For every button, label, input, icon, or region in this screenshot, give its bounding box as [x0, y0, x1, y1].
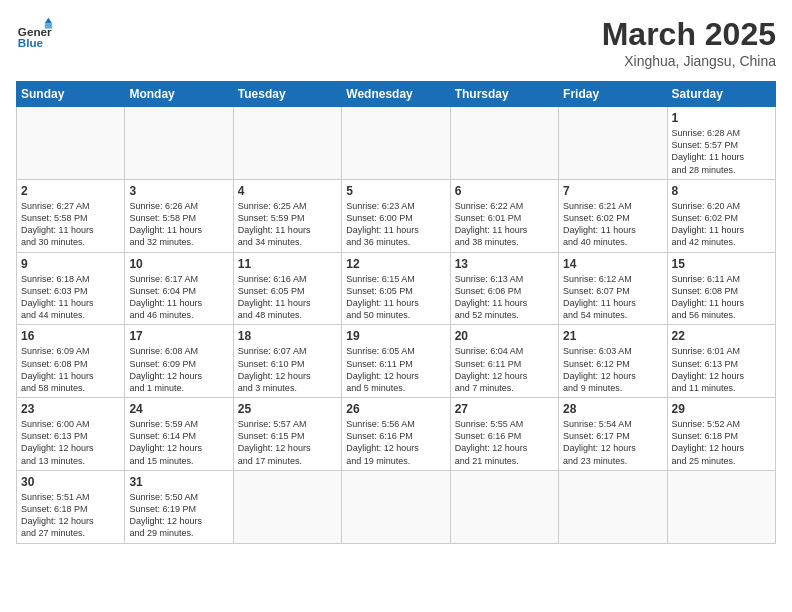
calendar-cell: 30Sunrise: 5:51 AM Sunset: 6:18 PM Dayli… — [17, 470, 125, 543]
week-row-6: 30Sunrise: 5:51 AM Sunset: 6:18 PM Dayli… — [17, 470, 776, 543]
day-number: 31 — [129, 474, 228, 490]
day-number: 15 — [672, 256, 771, 272]
day-number: 2 — [21, 183, 120, 199]
day-info: Sunrise: 5:59 AM Sunset: 6:14 PM Dayligh… — [129, 418, 228, 467]
calendar-cell: 25Sunrise: 5:57 AM Sunset: 6:15 PM Dayli… — [233, 398, 341, 471]
calendar-cell: 18Sunrise: 6:07 AM Sunset: 6:10 PM Dayli… — [233, 325, 341, 398]
day-info: Sunrise: 6:21 AM Sunset: 6:02 PM Dayligh… — [563, 200, 662, 249]
calendar-cell — [125, 107, 233, 180]
calendar-cell: 19Sunrise: 6:05 AM Sunset: 6:11 PM Dayli… — [342, 325, 450, 398]
calendar-cell — [233, 470, 341, 543]
day-info: Sunrise: 6:25 AM Sunset: 5:59 PM Dayligh… — [238, 200, 337, 249]
day-header-tuesday: Tuesday — [233, 82, 341, 107]
day-info: Sunrise: 5:54 AM Sunset: 6:17 PM Dayligh… — [563, 418, 662, 467]
day-info: Sunrise: 6:09 AM Sunset: 6:08 PM Dayligh… — [21, 345, 120, 394]
day-number: 16 — [21, 328, 120, 344]
calendar-cell — [17, 107, 125, 180]
calendar-cell: 8Sunrise: 6:20 AM Sunset: 6:02 PM Daylig… — [667, 179, 775, 252]
day-info: Sunrise: 5:51 AM Sunset: 6:18 PM Dayligh… — [21, 491, 120, 540]
day-number: 3 — [129, 183, 228, 199]
day-number: 10 — [129, 256, 228, 272]
day-info: Sunrise: 6:01 AM Sunset: 6:13 PM Dayligh… — [672, 345, 771, 394]
day-info: Sunrise: 6:23 AM Sunset: 6:00 PM Dayligh… — [346, 200, 445, 249]
day-number: 21 — [563, 328, 662, 344]
day-number: 11 — [238, 256, 337, 272]
day-info: Sunrise: 6:18 AM Sunset: 6:03 PM Dayligh… — [21, 273, 120, 322]
calendar-cell: 26Sunrise: 5:56 AM Sunset: 6:16 PM Dayli… — [342, 398, 450, 471]
calendar-body: 1Sunrise: 6:28 AM Sunset: 5:57 PM Daylig… — [17, 107, 776, 544]
page-header: General Blue March 2025 Xinghua, Jiangsu… — [16, 16, 776, 69]
svg-marker-2 — [45, 18, 52, 23]
calendar-cell: 29Sunrise: 5:52 AM Sunset: 6:18 PM Dayli… — [667, 398, 775, 471]
day-info: Sunrise: 6:17 AM Sunset: 6:04 PM Dayligh… — [129, 273, 228, 322]
day-number: 13 — [455, 256, 554, 272]
svg-marker-3 — [45, 23, 52, 28]
logo: General Blue — [16, 16, 52, 52]
day-number: 14 — [563, 256, 662, 272]
calendar-cell: 4Sunrise: 6:25 AM Sunset: 5:59 PM Daylig… — [233, 179, 341, 252]
day-info: Sunrise: 6:07 AM Sunset: 6:10 PM Dayligh… — [238, 345, 337, 394]
calendar-cell: 2Sunrise: 6:27 AM Sunset: 5:58 PM Daylig… — [17, 179, 125, 252]
calendar-cell: 12Sunrise: 6:15 AM Sunset: 6:05 PM Dayli… — [342, 252, 450, 325]
day-info: Sunrise: 6:27 AM Sunset: 5:58 PM Dayligh… — [21, 200, 120, 249]
calendar-cell — [342, 107, 450, 180]
calendar-cell: 21Sunrise: 6:03 AM Sunset: 6:12 PM Dayli… — [559, 325, 667, 398]
day-header-wednesday: Wednesday — [342, 82, 450, 107]
calendar-cell: 16Sunrise: 6:09 AM Sunset: 6:08 PM Dayli… — [17, 325, 125, 398]
calendar-cell: 1Sunrise: 6:28 AM Sunset: 5:57 PM Daylig… — [667, 107, 775, 180]
calendar-cell — [450, 470, 558, 543]
day-info: Sunrise: 6:08 AM Sunset: 6:09 PM Dayligh… — [129, 345, 228, 394]
day-number: 23 — [21, 401, 120, 417]
week-row-3: 9Sunrise: 6:18 AM Sunset: 6:03 PM Daylig… — [17, 252, 776, 325]
calendar-cell: 9Sunrise: 6:18 AM Sunset: 6:03 PM Daylig… — [17, 252, 125, 325]
day-info: Sunrise: 6:04 AM Sunset: 6:11 PM Dayligh… — [455, 345, 554, 394]
week-row-1: 1Sunrise: 6:28 AM Sunset: 5:57 PM Daylig… — [17, 107, 776, 180]
day-info: Sunrise: 5:56 AM Sunset: 6:16 PM Dayligh… — [346, 418, 445, 467]
day-header-thursday: Thursday — [450, 82, 558, 107]
day-number: 27 — [455, 401, 554, 417]
calendar-cell — [233, 107, 341, 180]
calendar-table: SundayMondayTuesdayWednesdayThursdayFrid… — [16, 81, 776, 544]
day-number: 24 — [129, 401, 228, 417]
calendar-cell — [342, 470, 450, 543]
calendar-cell: 24Sunrise: 5:59 AM Sunset: 6:14 PM Dayli… — [125, 398, 233, 471]
calendar-cell: 15Sunrise: 6:11 AM Sunset: 6:08 PM Dayli… — [667, 252, 775, 325]
day-info: Sunrise: 6:26 AM Sunset: 5:58 PM Dayligh… — [129, 200, 228, 249]
calendar-cell: 20Sunrise: 6:04 AM Sunset: 6:11 PM Dayli… — [450, 325, 558, 398]
location-subtitle: Xinghua, Jiangsu, China — [602, 53, 776, 69]
day-info: Sunrise: 6:03 AM Sunset: 6:12 PM Dayligh… — [563, 345, 662, 394]
day-header-sunday: Sunday — [17, 82, 125, 107]
day-header-saturday: Saturday — [667, 82, 775, 107]
day-number: 1 — [672, 110, 771, 126]
calendar-cell: 14Sunrise: 6:12 AM Sunset: 6:07 PM Dayli… — [559, 252, 667, 325]
day-header-friday: Friday — [559, 82, 667, 107]
day-info: Sunrise: 5:50 AM Sunset: 6:19 PM Dayligh… — [129, 491, 228, 540]
day-info: Sunrise: 6:13 AM Sunset: 6:06 PM Dayligh… — [455, 273, 554, 322]
week-row-2: 2Sunrise: 6:27 AM Sunset: 5:58 PM Daylig… — [17, 179, 776, 252]
svg-text:Blue: Blue — [18, 36, 44, 49]
day-info: Sunrise: 6:15 AM Sunset: 6:05 PM Dayligh… — [346, 273, 445, 322]
day-number: 4 — [238, 183, 337, 199]
calendar-cell: 13Sunrise: 6:13 AM Sunset: 6:06 PM Dayli… — [450, 252, 558, 325]
logo-icon: General Blue — [16, 16, 52, 52]
calendar-cell: 7Sunrise: 6:21 AM Sunset: 6:02 PM Daylig… — [559, 179, 667, 252]
calendar-cell — [450, 107, 558, 180]
day-info: Sunrise: 5:52 AM Sunset: 6:18 PM Dayligh… — [672, 418, 771, 467]
day-number: 5 — [346, 183, 445, 199]
day-info: Sunrise: 6:20 AM Sunset: 6:02 PM Dayligh… — [672, 200, 771, 249]
day-info: Sunrise: 6:00 AM Sunset: 6:13 PM Dayligh… — [21, 418, 120, 467]
day-header-monday: Monday — [125, 82, 233, 107]
calendar-cell: 17Sunrise: 6:08 AM Sunset: 6:09 PM Dayli… — [125, 325, 233, 398]
day-number: 12 — [346, 256, 445, 272]
day-number: 22 — [672, 328, 771, 344]
day-number: 18 — [238, 328, 337, 344]
calendar-cell: 27Sunrise: 5:55 AM Sunset: 6:16 PM Dayli… — [450, 398, 558, 471]
day-info: Sunrise: 6:22 AM Sunset: 6:01 PM Dayligh… — [455, 200, 554, 249]
day-info: Sunrise: 5:55 AM Sunset: 6:16 PM Dayligh… — [455, 418, 554, 467]
calendar-cell — [667, 470, 775, 543]
calendar-cell: 3Sunrise: 6:26 AM Sunset: 5:58 PM Daylig… — [125, 179, 233, 252]
day-number: 26 — [346, 401, 445, 417]
day-number: 17 — [129, 328, 228, 344]
day-number: 6 — [455, 183, 554, 199]
day-info: Sunrise: 6:16 AM Sunset: 6:05 PM Dayligh… — [238, 273, 337, 322]
